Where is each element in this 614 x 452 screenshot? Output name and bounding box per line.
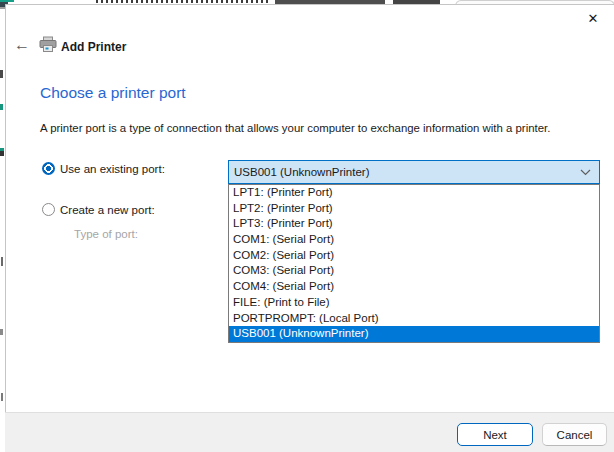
cancel-button[interactable]: Cancel xyxy=(542,423,607,446)
screenshot-stage: ✕ ← Add Printer Choose a printer port A … xyxy=(0,0,614,452)
dropdown-option[interactable]: COM1: (Serial Port) xyxy=(229,232,599,248)
next-button[interactable]: Next xyxy=(457,423,533,446)
dropdown-option[interactable]: FILE: (Print to File) xyxy=(229,295,599,311)
radio-create-new-port[interactable] xyxy=(42,203,55,216)
dropdown-option[interactable]: PORTPROMPT: (Local Port) xyxy=(229,311,599,327)
close-icon: ✕ xyxy=(588,11,599,26)
background-window-edge-fragment xyxy=(1,393,3,401)
radio-create-new-port-label[interactable]: Create a new port: xyxy=(60,204,155,217)
radio-use-existing-port[interactable] xyxy=(42,162,55,175)
dropdown-option[interactable]: COM3: (Serial Port) xyxy=(229,263,599,279)
radio-use-existing-port-label[interactable]: Use an existing port: xyxy=(60,163,165,176)
background-window-edge-fragment xyxy=(1,257,3,266)
chevron-down-icon xyxy=(580,169,599,176)
close-button[interactable]: ✕ xyxy=(580,6,606,30)
wizard-header-title: Add Printer xyxy=(61,40,126,54)
port-combobox-value: USB001 (UnknownPrinter) xyxy=(229,166,580,178)
port-dropdown-list: LPT1: (Printer Port)LPT2: (Printer Port)… xyxy=(228,184,600,343)
dropdown-option[interactable]: LPT1: (Printer Port) xyxy=(229,185,599,201)
printer-icon xyxy=(39,36,57,53)
page-description: A printer port is a type of connection t… xyxy=(40,122,550,134)
background-window-clipped-text xyxy=(96,0,271,3)
background-window-edge-fragment xyxy=(0,70,3,78)
background-window-edge-fragment xyxy=(0,151,4,156)
page-title: Choose a printer port xyxy=(40,84,186,102)
background-window-edge-fragment xyxy=(0,104,3,110)
dropdown-option[interactable]: USB001 (UnknownPrinter) xyxy=(229,326,599,342)
dropdown-option[interactable]: LPT3: (Printer Port) xyxy=(229,216,599,232)
back-button[interactable]: ← xyxy=(12,36,32,54)
background-window-edge-fragment xyxy=(0,329,3,335)
dropdown-option[interactable]: COM4: (Serial Port) xyxy=(229,279,599,295)
dropdown-option[interactable]: LPT2: (Printer Port) xyxy=(229,201,599,217)
dropdown-option[interactable]: COM2: (Serial Port) xyxy=(229,248,599,264)
port-combobox[interactable]: USB001 (UnknownPrinter) xyxy=(228,160,600,184)
type-of-port-label: Type of port: xyxy=(74,228,138,240)
